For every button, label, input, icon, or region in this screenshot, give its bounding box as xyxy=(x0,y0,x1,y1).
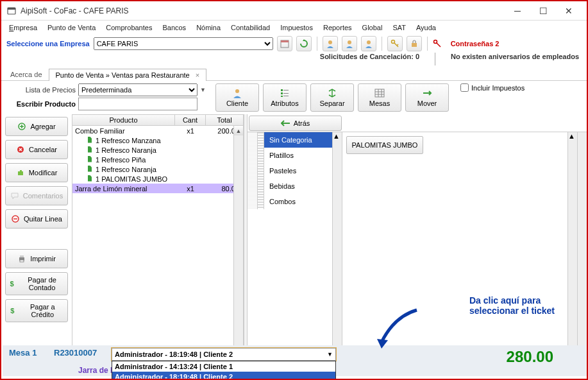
calendar-button[interactable] xyxy=(277,36,292,51)
separar-button[interactable]: Separar xyxy=(310,83,354,112)
user1-button[interactable] xyxy=(323,36,338,51)
imprimir-button[interactable]: Imprimir xyxy=(5,249,68,268)
atras-button[interactable]: Atrás xyxy=(249,116,342,131)
split-icon xyxy=(327,88,337,98)
tab-close-icon[interactable]: × xyxy=(196,71,199,79)
table-row[interactable]: 1 Refresco Naranja xyxy=(72,164,243,174)
table-row[interactable]: 1 Refresco Naranja xyxy=(72,145,243,155)
svg-rect-8 xyxy=(412,43,417,47)
ticket-select[interactable]: Administrador - 18:19:48 | Cliente 2 ▼ xyxy=(112,348,336,361)
minimize-button[interactable]: ─ xyxy=(505,2,530,20)
drag-handle-icon[interactable] xyxy=(248,148,258,163)
mesas-button[interactable]: Mesas xyxy=(358,83,401,112)
grip-icon[interactable] xyxy=(258,163,264,178)
menu-comprobantes[interactable]: Comprobantes xyxy=(102,22,156,33)
product-scrollbar[interactable]: ▲ ▼ xyxy=(567,132,577,376)
atributos-button[interactable]: Atributos xyxy=(263,83,307,112)
category-item[interactable]: Pasteles xyxy=(248,163,342,178)
table-row[interactable]: 1 Refresco Piña xyxy=(72,155,243,164)
grip-icon[interactable] xyxy=(258,132,264,148)
tab-acerca[interactable]: Acerca de xyxy=(5,69,47,80)
row-product: 1 Refresco Naranja xyxy=(72,146,175,154)
svg-rect-1 xyxy=(8,8,15,10)
mover-button[interactable]: Mover xyxy=(405,83,449,112)
menu-bancos[interactable]: Bancos xyxy=(158,22,190,33)
category-item[interactable]: Bebidas xyxy=(248,178,342,194)
menu-reportes[interactable]: Reportes xyxy=(319,22,356,33)
menu-ayuda[interactable]: Ayuda xyxy=(412,22,440,33)
separator xyxy=(427,37,428,51)
quitar-linea-button[interactable]: Quitar Linea xyxy=(5,209,68,229)
cancelar-button[interactable]: Cancelar xyxy=(5,140,68,159)
svg-rect-12 xyxy=(281,92,283,94)
drag-handle-icon[interactable] xyxy=(248,178,258,194)
company-select[interactable]: CAFE PARIS xyxy=(94,37,273,50)
category-list[interactable]: Sin CategoriaPlatillosPastelesBebidasCom… xyxy=(248,132,342,376)
menu-empresa[interactable]: Empresa xyxy=(5,22,41,33)
ticket-select-dropdown[interactable]: Administrador - 14:13:24 | Cliente 1Admi… xyxy=(112,361,336,380)
ticket-select-wrap: Administrador - 18:19:48 | Cliente 2 ▼ A… xyxy=(112,348,336,361)
tab-ventas[interactable]: Punto de Venta » Ventas para Restaurante… xyxy=(49,69,207,81)
grip-icon[interactable] xyxy=(258,194,264,209)
ticket-option[interactable]: Administrador - 14:13:24 | Cliente 1 xyxy=(112,361,335,372)
agregar-button[interactable]: Agregar xyxy=(5,117,68,136)
table-row[interactable]: 1 Refresco Manzana xyxy=(72,135,243,145)
col-producto[interactable]: Producto xyxy=(72,115,175,125)
drag-handle-icon[interactable] xyxy=(248,132,258,148)
window-title: AipiSoft - CoFac - CAFE PARIS xyxy=(21,6,505,15)
category-item[interactable]: Combos xyxy=(248,194,342,209)
incluir-impuestos-row[interactable]: Incluir Impuestos xyxy=(460,83,525,92)
grid-body[interactable]: Combo Familiarx1200.001 Refresco Manzana… xyxy=(72,126,243,376)
comentarios-button[interactable]: Comentarios xyxy=(5,186,68,205)
user3-button[interactable] xyxy=(361,36,376,51)
incluir-impuestos-checkbox[interactable] xyxy=(460,83,469,92)
close-button[interactable]: ✕ xyxy=(556,2,582,20)
menu-nomina[interactable]: Nómina xyxy=(192,22,224,33)
cliente-button[interactable]: Cliente xyxy=(215,83,259,112)
escribir-producto-input[interactable] xyxy=(78,98,197,110)
col-total[interactable]: Total xyxy=(206,115,243,125)
table-row[interactable]: 1 PALOMITAS JUMBO xyxy=(72,174,243,184)
table-row[interactable]: Jarra de Limón mineralx180.00 xyxy=(72,184,243,193)
refresh-button[interactable] xyxy=(296,36,312,51)
separator xyxy=(382,37,382,51)
category-item[interactable]: Sin Categoria xyxy=(248,132,342,148)
row-cant: x1 xyxy=(175,185,206,193)
user2-button[interactable] xyxy=(342,36,357,51)
grip-icon[interactable] xyxy=(258,148,264,163)
menu-impuestos[interactable]: Impuestos xyxy=(276,22,317,33)
mesa-label: Mesa 1 xyxy=(9,348,54,358)
scroll-up-icon[interactable]: ▲ xyxy=(333,132,342,140)
row-product: 1 PALOMITAS JUMBO xyxy=(72,175,175,183)
menu-global[interactable]: Global xyxy=(358,22,387,33)
lock-button[interactable] xyxy=(407,36,422,51)
table-row[interactable]: Combo Familiarx1200.00 xyxy=(72,126,243,135)
right-margin-scroll[interactable] xyxy=(577,132,587,376)
menu-contabilidad[interactable]: Contabilidad xyxy=(227,22,274,33)
grid-scrollbar[interactable]: ▲ ▼ xyxy=(233,126,243,376)
maximize-button[interactable]: ☐ xyxy=(530,2,556,20)
modificar-button[interactable]: Modificar xyxy=(5,163,68,182)
scroll-up-icon[interactable]: ▲ xyxy=(568,132,577,140)
contrasenas-link[interactable]: Contraseñas 2 xyxy=(446,40,505,48)
scroll-up-icon[interactable]: ▲ xyxy=(234,126,243,135)
product-card[interactable]: PALOMITAS JUMBO xyxy=(346,136,423,154)
category-label: Pasteles xyxy=(264,167,296,175)
category-label: Platillos xyxy=(264,151,294,159)
drag-handle-icon[interactable] xyxy=(248,194,258,209)
lista-precios-select[interactable]: Predeterminada xyxy=(78,83,197,96)
col-cant[interactable]: Cant xyxy=(175,115,206,125)
pagar-credito-button[interactable]: $Pagar a Crédito xyxy=(5,299,68,322)
pagar-contado-button[interactable]: $Pagar de Contado xyxy=(5,272,68,295)
category-item[interactable]: Platillos xyxy=(248,148,342,163)
ticket-select-value: Administrador - 18:19:48 | Cliente 2 xyxy=(115,350,233,358)
menu-pdv[interactable]: Punto de Venta xyxy=(44,22,99,33)
menu-sat[interactable]: SAT xyxy=(389,22,410,33)
table-icon xyxy=(374,88,385,98)
svg-point-5 xyxy=(348,40,351,44)
key-button[interactable] xyxy=(387,36,403,51)
grip-icon[interactable] xyxy=(258,178,264,194)
drag-handle-icon[interactable] xyxy=(248,163,258,178)
ticket-option[interactable]: Administrador - 18:19:48 | Cliente 2 xyxy=(112,372,335,380)
category-scrollbar[interactable]: ▲ ▼ xyxy=(332,132,342,376)
